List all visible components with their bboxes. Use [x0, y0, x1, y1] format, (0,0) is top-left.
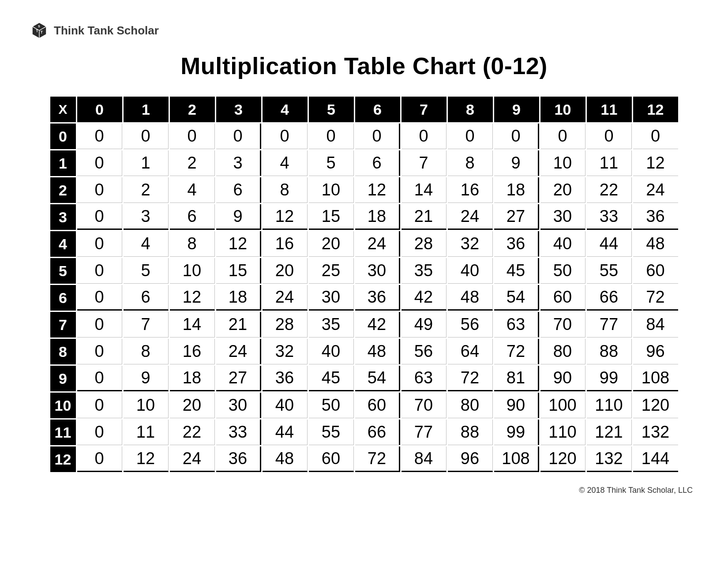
- col-header-11: 11: [587, 97, 632, 122]
- cell: 10: [170, 258, 215, 284]
- cell: 0: [309, 124, 354, 149]
- cell: 14: [170, 312, 215, 338]
- cell: 15: [309, 204, 354, 230]
- cell: 32: [448, 231, 493, 257]
- cell: 18: [216, 285, 261, 311]
- cell: 99: [587, 366, 632, 391]
- page-title: Multiplication Table Chart (0-12): [31, 52, 697, 79]
- cell: 50: [540, 258, 585, 284]
- cell: 30: [309, 285, 354, 311]
- cell: 28: [402, 231, 447, 257]
- cell: 72: [448, 366, 493, 391]
- cell: 0: [77, 339, 122, 364]
- cell: 132: [587, 446, 632, 472]
- cell: 40: [309, 339, 354, 364]
- cell: 77: [587, 312, 632, 338]
- cell: 96: [633, 339, 678, 364]
- row-header-8: 8: [50, 339, 76, 364]
- cell: 32: [263, 339, 308, 364]
- cell: 8: [170, 231, 215, 257]
- row-header-12: 12: [50, 446, 76, 472]
- cell: 12: [633, 150, 678, 176]
- table-row: 100102030405060708090100110120: [50, 393, 678, 418]
- cell: 22: [170, 420, 215, 445]
- cell: 9: [124, 366, 169, 391]
- cell: 6: [124, 285, 169, 311]
- cell: 121: [587, 420, 632, 445]
- cell: 6: [170, 204, 215, 230]
- cell: 12: [263, 204, 308, 230]
- row-header-4: 4: [50, 231, 76, 257]
- cell: 72: [633, 285, 678, 311]
- cell: 18: [170, 366, 215, 391]
- cell: 63: [494, 312, 539, 338]
- cell: 27: [494, 204, 539, 230]
- col-header-2: 2: [170, 97, 215, 122]
- cell: 110: [587, 393, 632, 418]
- cell: 44: [263, 420, 308, 445]
- table-row: 30369121518212427303336: [50, 204, 678, 230]
- cell: 20: [309, 231, 354, 257]
- cell: 48: [448, 285, 493, 311]
- cell: 35: [402, 258, 447, 284]
- col-header-12: 12: [633, 97, 678, 122]
- cell: 0: [77, 124, 122, 149]
- cell: 0: [77, 150, 122, 176]
- table-header-row: X 0123456789101112: [50, 97, 678, 122]
- cell: 18: [494, 177, 539, 203]
- cell: 56: [448, 312, 493, 338]
- cell: 24: [633, 177, 678, 203]
- cell: 0: [77, 258, 122, 284]
- cell: 64: [448, 339, 493, 364]
- svg-text:S: S: [38, 25, 40, 28]
- cell: 11: [587, 150, 632, 176]
- cell: 45: [309, 366, 354, 391]
- cell: 72: [494, 339, 539, 364]
- cell: 55: [309, 420, 354, 445]
- cell: 0: [77, 285, 122, 311]
- cell: 63: [402, 366, 447, 391]
- cell: 80: [448, 393, 493, 418]
- cell: 16: [448, 177, 493, 203]
- cell: 81: [494, 366, 539, 391]
- cell: 48: [355, 339, 400, 364]
- cube-logo-icon: T T S: [31, 22, 48, 39]
- cell: 80: [540, 339, 585, 364]
- cell: 0: [540, 124, 585, 149]
- cell: 36: [263, 366, 308, 391]
- cell: 48: [633, 231, 678, 257]
- cell: 8: [263, 177, 308, 203]
- cell: 30: [216, 393, 261, 418]
- table-row: 1201224364860728496108120132144: [50, 446, 678, 472]
- table-row: 10123456789101112: [50, 150, 678, 176]
- cell: 24: [355, 231, 400, 257]
- cell: 0: [494, 124, 539, 149]
- cell: 56: [402, 339, 447, 364]
- cell: 60: [540, 285, 585, 311]
- cell: 88: [448, 420, 493, 445]
- cell: 40: [263, 393, 308, 418]
- cell: 0: [77, 231, 122, 257]
- cell: 12: [355, 177, 400, 203]
- cell: 0: [77, 204, 122, 230]
- cell: 0: [448, 124, 493, 149]
- cell: 10: [124, 393, 169, 418]
- cell: 28: [263, 312, 308, 338]
- col-header-6: 6: [355, 97, 400, 122]
- cell: 25: [309, 258, 354, 284]
- cell: 27: [216, 366, 261, 391]
- row-header-5: 5: [50, 258, 76, 284]
- cell: 110: [540, 420, 585, 445]
- cell: 90: [494, 393, 539, 418]
- cell: 60: [355, 393, 400, 418]
- cell: 0: [77, 366, 122, 391]
- cell: 100: [540, 393, 585, 418]
- cell: 6: [355, 150, 400, 176]
- cell: 88: [587, 339, 632, 364]
- multiplication-table: X 0123456789101112 000000000000001012345…: [49, 95, 679, 473]
- cell: 21: [216, 312, 261, 338]
- cell: 3: [216, 150, 261, 176]
- cell: 8: [448, 150, 493, 176]
- cell: 0: [216, 124, 261, 149]
- col-header-4: 4: [263, 97, 308, 122]
